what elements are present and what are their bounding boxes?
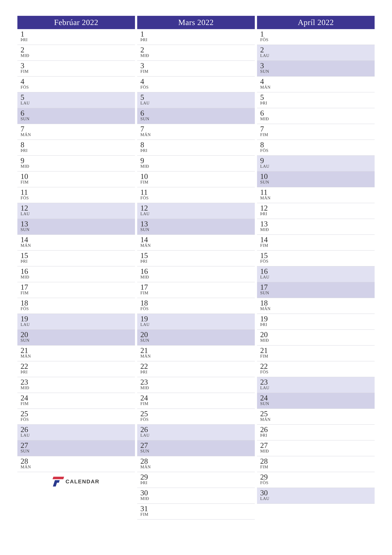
day-weekday: LAU [260, 497, 372, 501]
day-cell: 31FIM [137, 504, 255, 519]
day-weekday: FÖS [260, 38, 372, 42]
day-weekday: FÖS [260, 370, 372, 374]
day-weekday: ÞRI [140, 481, 253, 485]
day-weekday: ÞRI [21, 259, 133, 263]
day-number: 23 [140, 378, 253, 386]
day-weekday: MÁN [260, 417, 372, 422]
day-weekday: MIÐ [21, 164, 133, 168]
day-cell: 4MÁN [257, 77, 375, 92]
days-list: 1FÖS2LAU3SUN4MÁN5ÞRI6MIÐ7FIM8FÖS9LAU10SU… [257, 29, 375, 504]
day-weekday: MIÐ [260, 338, 372, 343]
day-cell: 28MÁN [17, 456, 135, 472]
day-weekday: ÞRI [260, 212, 372, 216]
day-number: 17 [260, 283, 372, 291]
day-weekday: FIM [140, 512, 253, 517]
day-number: 4 [140, 78, 253, 85]
day-number: 5 [140, 93, 253, 101]
day-cell: 4FÖS [137, 77, 255, 92]
day-cell: 11FÖS [137, 187, 255, 203]
days-list: 1ÞRI2MIÐ3FIM4FÖS5LAU6SUN7MÁN8ÞRI9MIÐ10FI… [17, 29, 135, 488]
day-weekday: SUN [140, 449, 253, 453]
day-cell: 25FÖS [137, 409, 255, 425]
day-cell: 1FÖS [257, 29, 375, 45]
day-weekday: LAU [260, 386, 372, 390]
day-weekday: LAU [21, 433, 133, 438]
day-cell: 7MÁN [17, 124, 135, 140]
day-cell: 18FÖS [137, 298, 255, 314]
day-weekday: LAU [21, 322, 133, 327]
day-cell: 14FIM [257, 235, 375, 251]
day-weekday: MÁN [140, 243, 253, 248]
day-number: 6 [140, 109, 253, 117]
day-weekday: ÞRI [140, 370, 253, 374]
day-weekday: FIM [21, 69, 133, 73]
day-weekday: ÞRI [140, 148, 253, 153]
day-cell: 7FIM [257, 124, 375, 140]
day-cell: 27SUN [17, 440, 135, 456]
day-weekday: ÞRI [21, 38, 133, 42]
day-weekday: FÖS [21, 196, 133, 200]
day-weekday: FIM [140, 180, 253, 184]
day-number: 1 [140, 30, 253, 38]
day-weekday: SUN [21, 449, 133, 453]
seven-icon [53, 477, 64, 486]
day-weekday: SUN [21, 338, 133, 343]
day-number: 19 [140, 315, 253, 323]
day-cell: 25FÖS [17, 409, 135, 425]
day-weekday: FIM [140, 69, 253, 73]
day-cell: 21MÁN [17, 345, 135, 361]
day-cell: 26ÞRI [257, 425, 375, 440]
day-cell: 30MIÐ [137, 488, 255, 504]
day-weekday: SUN [260, 180, 372, 184]
day-number: 19 [260, 315, 372, 323]
month-column: Apríl 20221FÖS2LAU3SUN4MÁN5ÞRI6MIÐ7FIM8F… [257, 16, 375, 519]
day-cell: 28FIM [257, 456, 375, 472]
day-weekday: SUN [260, 291, 372, 295]
day-cell: 6SUN [137, 108, 255, 124]
day-weekday: MÁN [140, 354, 253, 358]
day-number: 21 [260, 346, 372, 354]
day-weekday: MIÐ [21, 53, 133, 58]
day-cell: 22ÞRI [17, 361, 135, 377]
day-number: 15 [140, 252, 253, 259]
day-weekday: MIÐ [140, 275, 253, 279]
day-weekday: ÞRI [140, 259, 253, 263]
day-number: 11 [21, 188, 133, 196]
day-number: 4 [21, 78, 133, 85]
day-number: 13 [21, 220, 133, 228]
days-list: 1ÞRI2MIÐ3FIM4FÖS5LAU6SUN7MÁN8ÞRI9MIÐ10FI… [137, 29, 255, 519]
day-cell: 30LAU [257, 488, 375, 504]
brand-name: CALENDAR [66, 478, 100, 485]
day-weekday: LAU [260, 53, 372, 58]
day-cell: 12ÞRI [257, 203, 375, 219]
day-number: 8 [260, 141, 372, 149]
day-weekday: FÖS [260, 481, 372, 485]
day-cell: 29FÖS [257, 472, 375, 488]
day-number: 26 [140, 426, 253, 433]
day-weekday: SUN [140, 117, 253, 121]
day-number: 5 [260, 93, 372, 101]
day-number: 2 [21, 46, 133, 54]
day-weekday: MÁN [21, 465, 133, 469]
day-cell: 21FIM [257, 345, 375, 361]
day-weekday: FIM [260, 132, 372, 137]
day-number: 24 [140, 394, 253, 402]
day-number: 3 [260, 62, 372, 70]
day-number: 6 [21, 109, 133, 117]
day-number: 25 [21, 410, 133, 418]
day-weekday: FIM [260, 354, 372, 358]
day-cell: 9MIÐ [17, 156, 135, 171]
day-cell: 15FÖS [257, 251, 375, 266]
day-weekday: FIM [140, 291, 253, 295]
day-weekday: ÞRI [260, 101, 372, 105]
day-number: 2 [140, 46, 253, 54]
day-number: 13 [260, 220, 372, 228]
day-number: 14 [260, 236, 372, 244]
day-number: 25 [140, 410, 253, 418]
day-number: 5 [21, 93, 133, 101]
day-number: 15 [260, 252, 372, 259]
day-cell: 21MÁN [137, 345, 255, 361]
day-cell: 5LAU [17, 92, 135, 108]
day-weekday: LAU [140, 322, 253, 327]
day-weekday: ÞRI [140, 38, 253, 42]
